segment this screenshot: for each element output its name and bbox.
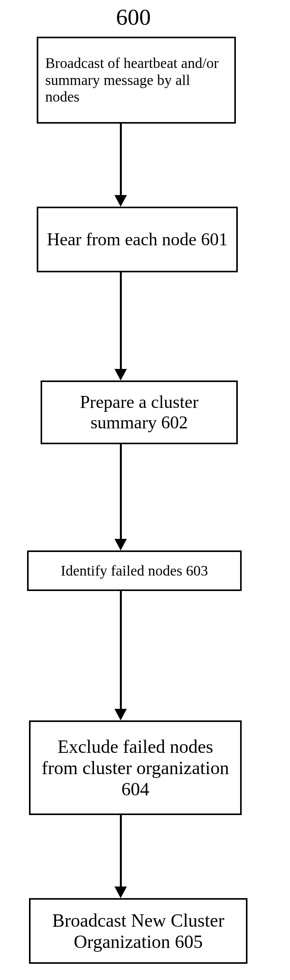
title-text: 600 bbox=[116, 4, 151, 30]
arrow-line bbox=[120, 124, 122, 195]
node-label: Exclude failed nodes from cluster organi… bbox=[38, 736, 233, 800]
flow-node-broadcast-new-cluster: Broadcast New Cluster Organization 605 bbox=[29, 898, 247, 964]
arrow-head-icon bbox=[114, 887, 127, 898]
arrow-line bbox=[120, 591, 122, 709]
arrow-head-icon bbox=[114, 709, 127, 720]
arrow-head-icon bbox=[114, 195, 127, 207]
flow-node-broadcast-heartbeat: Broadcast of heartbeat and/or summary me… bbox=[37, 37, 236, 124]
arrow-line bbox=[120, 444, 122, 539]
node-label: Hear from each node 601 bbox=[45, 229, 229, 250]
node-label: Broadcast of heartbeat and/or summary me… bbox=[45, 55, 227, 105]
node-label: Prepare a cluster summary 602 bbox=[49, 392, 229, 433]
flow-node-exclude-failed: Exclude failed nodes from cluster organi… bbox=[29, 720, 242, 815]
diagram-title: 600 bbox=[116, 4, 151, 31]
flow-node-identify-failed: Identify failed nodes 603 bbox=[27, 550, 242, 591]
arrow-line bbox=[120, 815, 122, 887]
arrow-head-icon bbox=[114, 539, 127, 550]
flowchart-canvas: 600 Broadcast of heartbeat and/or summar… bbox=[0, 0, 290, 980]
arrow-line bbox=[120, 272, 122, 369]
flow-node-prepare-summary: Prepare a cluster summary 602 bbox=[41, 380, 238, 444]
node-label: Broadcast New Cluster Organization 605 bbox=[38, 910, 239, 952]
node-label: Identify failed nodes 603 bbox=[36, 562, 233, 579]
arrow-head-icon bbox=[114, 369, 127, 380]
flow-node-hear-from-each: Hear from each node 601 bbox=[37, 207, 238, 272]
